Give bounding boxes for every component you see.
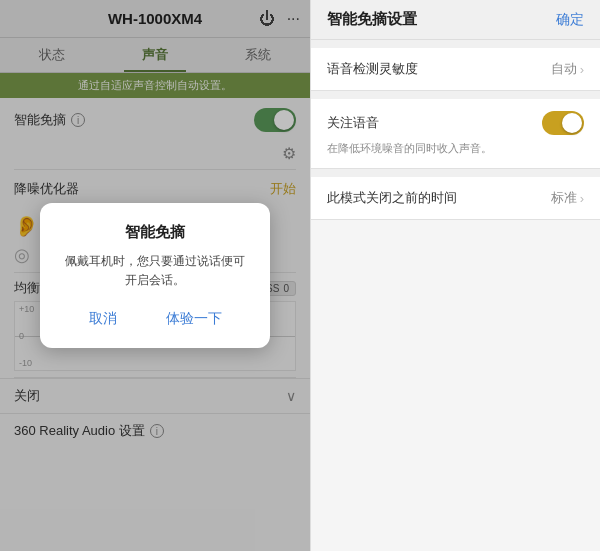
left-panel: WH-1000XM4 ⏻ ··· 状态 声音 系统 通过自适应声音控制自动设置。… [0,0,310,551]
dialog-confirm-button[interactable]: 体验一下 [156,306,232,332]
right-header: 智能免摘设置 确定 [311,0,600,40]
spacer-3 [311,169,600,177]
spacer-2 [311,91,600,99]
voice-sensitivity-section: 语音检测灵敏度 自动 › [311,48,600,91]
right-panel: 智能免摘设置 确定 语音检测灵敏度 自动 › 关注语音 在降低环境噪音的同时收入… [310,0,600,551]
auto-off-chevron: › [580,191,584,206]
focus-audio-label: 关注语音 [327,114,379,132]
auto-off-value[interactable]: 标准 › [551,189,584,207]
focus-audio-section: 关注语音 在降低环境噪音的同时收入声音。 [311,99,600,169]
dialog-overlay: 智能免摘 佩戴耳机时，您只要通过说话便可开启会话。 取消 体验一下 [0,0,310,551]
focus-audio-row: 关注语音 [327,111,584,135]
right-title: 智能免摘设置 [327,10,417,29]
dialog-cancel-button[interactable]: 取消 [79,306,127,332]
voice-sensitivity-label: 语音检测灵敏度 [327,60,418,78]
auto-off-row: 此模式关闭之前的时间 标准 › [327,189,584,207]
voice-sensitivity-value[interactable]: 自动 › [551,60,584,78]
voice-sensitivity-chevron: › [580,62,584,77]
auto-off-section: 此模式关闭之前的时间 标准 › [311,177,600,220]
voice-sensitivity-row: 语音检测灵敏度 自动 › [327,60,584,78]
dialog-title: 智能免摘 [64,223,246,242]
dialog-buttons: 取消 体验一下 [64,306,246,332]
confirm-button[interactable]: 确定 [556,11,584,29]
spacer-1 [311,40,600,48]
focus-audio-toggle[interactable] [542,111,584,135]
focus-audio-subtext: 在降低环境噪音的同时收入声音。 [327,141,584,156]
auto-off-label: 此模式关闭之前的时间 [327,189,457,207]
dialog-body: 佩戴耳机时，您只要通过说话便可开启会话。 [64,252,246,290]
dialog-box: 智能免摘 佩戴耳机时，您只要通过说话便可开启会话。 取消 体验一下 [40,203,270,348]
